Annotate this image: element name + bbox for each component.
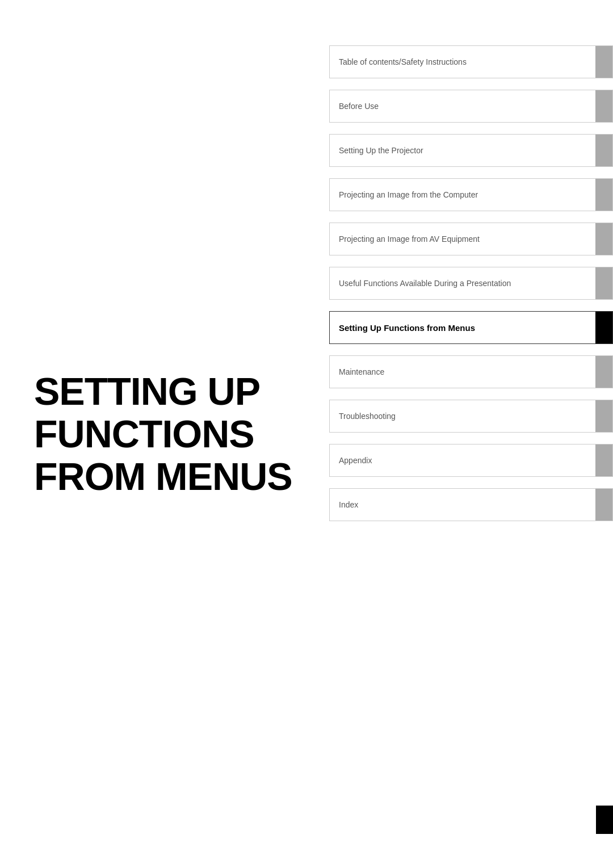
nav-item-label-troubleshooting: Troubleshooting (330, 400, 595, 432)
title-line-3: FROM MENUS (34, 455, 292, 498)
nav-item-useful-functions[interactable]: Useful Functions Available During a Pres… (329, 267, 613, 300)
nav-item-indicator-useful-functions (595, 267, 612, 299)
bottom-decorative-block (596, 806, 613, 834)
nav-item-label-maintenance: Maintenance (330, 356, 595, 388)
nav-item-indicator-setting-up-functions (595, 312, 612, 343)
nav-item-appendix[interactable]: Appendix (329, 444, 613, 477)
nav-item-indicator-appendix (595, 445, 612, 476)
nav-item-indicator-troubleshooting (595, 400, 612, 432)
nav-item-indicator-setup-projector (595, 135, 612, 166)
nav-item-label-projecting-av: Projecting an Image from AV Equipment (330, 223, 595, 255)
title-line-1: SETTING UP (34, 370, 292, 413)
nav-item-label-toc: Table of contents/Safety Instructions (330, 46, 595, 78)
title-line-2: FUNCTIONS (34, 413, 292, 455)
page-container: SETTING UP FUNCTIONS FROM MENUS Table of… (0, 0, 613, 868)
nav-item-label-setting-up-functions: Setting Up Functions from Menus (330, 312, 595, 343)
nav-item-troubleshooting[interactable]: Troubleshooting (329, 400, 613, 433)
nav-item-indicator-maintenance (595, 356, 612, 388)
main-title: SETTING UP FUNCTIONS FROM MENUS (34, 370, 292, 497)
nav-item-label-index: Index (330, 489, 595, 521)
nav-item-indicator-projecting-computer (595, 179, 612, 211)
nav-item-projecting-computer[interactable]: Projecting an Image from the Computer (329, 178, 613, 211)
left-section: SETTING UP FUNCTIONS FROM MENUS (0, 0, 318, 868)
nav-item-label-before-use: Before Use (330, 90, 595, 122)
nav-item-label-appendix: Appendix (330, 445, 595, 476)
nav-item-indicator-toc (595, 46, 612, 78)
nav-item-label-projecting-computer: Projecting an Image from the Computer (330, 179, 595, 211)
right-section: Table of contents/Safety InstructionsBef… (329, 45, 613, 532)
nav-item-label-setup-projector: Setting Up the Projector (330, 135, 595, 166)
nav-item-indicator-index (595, 489, 612, 521)
nav-item-indicator-projecting-av (595, 223, 612, 255)
nav-item-indicator-before-use (595, 90, 612, 122)
nav-item-label-useful-functions: Useful Functions Available During a Pres… (330, 267, 595, 299)
nav-item-before-use[interactable]: Before Use (329, 90, 613, 123)
nav-item-setup-projector[interactable]: Setting Up the Projector (329, 134, 613, 167)
nav-item-toc[interactable]: Table of contents/Safety Instructions (329, 45, 613, 78)
nav-item-projecting-av[interactable]: Projecting an Image from AV Equipment (329, 223, 613, 255)
nav-item-index[interactable]: Index (329, 488, 613, 521)
nav-item-setting-up-functions[interactable]: Setting Up Functions from Menus (329, 311, 613, 344)
nav-item-maintenance[interactable]: Maintenance (329, 355, 613, 388)
